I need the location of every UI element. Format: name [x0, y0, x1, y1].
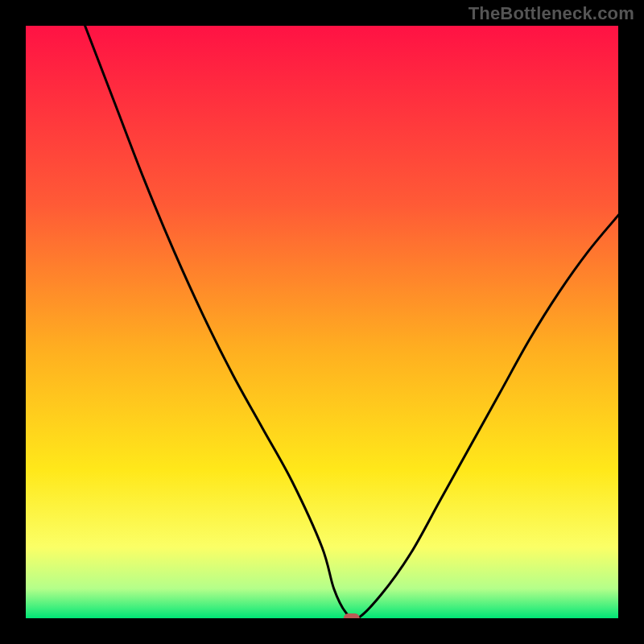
attribution-label: TheBottleneck.com — [469, 3, 634, 24]
bottleneck-chart — [26, 26, 618, 618]
optimal-marker — [344, 613, 360, 618]
gradient-background — [26, 26, 618, 618]
chart-frame: TheBottleneck.com — [0, 0, 644, 644]
